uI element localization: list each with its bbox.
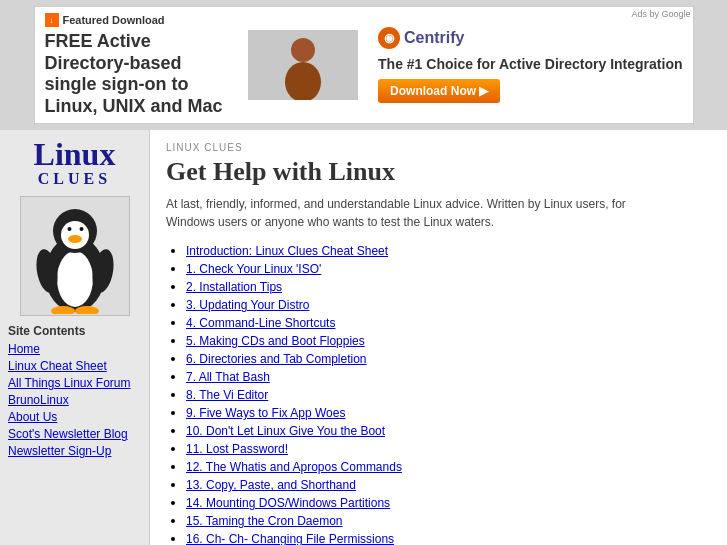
centrify-name: Centrify <box>404 29 464 47</box>
svg-point-1 <box>291 38 315 62</box>
list-item: 8. The Vi Editor <box>186 387 711 402</box>
list-item: 10. Don't Let Linux Give You the Boot <box>186 423 711 438</box>
article-link-1[interactable]: 1. Check Your Linux 'ISO' <box>186 262 321 276</box>
article-link-6[interactable]: 6. Directories and Tab Completion <box>186 352 367 366</box>
list-item: 6. Directories and Tab Completion <box>186 351 711 366</box>
centrify-icon: ◉ <box>378 27 400 49</box>
list-item: 11. Lost Password! <box>186 441 711 456</box>
centrify-logo: ◉ Centrify <box>378 27 464 49</box>
list-item: 5. Making CDs and Boot Floppies <box>186 333 711 348</box>
article-link-12[interactable]: 12. The Whatis and Apropos Commands <box>186 460 402 474</box>
list-item: 12. The Whatis and Apropos Commands <box>186 459 711 474</box>
ad-banner: Ads by Google ↓ Featured Download FREE A… <box>34 6 694 124</box>
ad-main-text: FREE Active Directory-based single sign-… <box>45 31 239 117</box>
download-now-button[interactable]: Download Now ▶ <box>378 79 500 103</box>
sidebar-item-home[interactable]: Home <box>8 342 141 356</box>
svg-point-4 <box>57 251 93 307</box>
list-item: 9. Five Ways to Fix App Woes <box>186 405 711 420</box>
sidebar-item-brunolinux[interactable]: BrunoLinux <box>8 393 141 407</box>
download-arrow-icon: ↓ <box>45 13 59 27</box>
list-item: 16. Ch- Ch- Changing File Permissions <box>186 531 711 545</box>
sidebar: Linux CLUES <box>0 130 150 545</box>
ad-image <box>248 30 368 100</box>
ad-featured: ↓ Featured Download <box>45 13 165 27</box>
svg-point-11 <box>68 235 82 243</box>
content-area: LINUX CLUES Get Help with Linux At last,… <box>150 130 727 545</box>
tux-image <box>20 196 130 316</box>
ad-left: ↓ Featured Download FREE Active Director… <box>45 13 239 117</box>
sidebar-item-forum[interactable]: All Things Linux Forum <box>8 376 141 390</box>
article-list: Introduction: Linux Clues Cheat Sheet 1.… <box>166 243 711 545</box>
svg-point-10 <box>79 227 83 231</box>
list-item: 13. Copy, Paste, and Shorthand <box>186 477 711 492</box>
page-title: Get Help with Linux <box>166 157 711 187</box>
logo-clues: CLUES <box>8 170 141 188</box>
list-item: 4. Command-Line Shortcuts <box>186 315 711 330</box>
article-link-3[interactable]: 3. Updating Your Distro <box>186 298 309 312</box>
site-contents-title: Site Contents <box>8 324 141 338</box>
site-logo: Linux CLUES <box>8 138 141 188</box>
article-link-15[interactable]: 15. Taming the Cron Daemon <box>186 514 343 528</box>
list-item: 14. Mounting DOS/Windows Partitions <box>186 495 711 510</box>
svg-point-9 <box>67 227 71 231</box>
ad-right: ◉ Centrify The #1 Choice for Active Dire… <box>378 27 682 103</box>
page-description: At last, friendly, informed, and underst… <box>166 195 646 231</box>
ad-label: Ads by Google <box>631 9 690 19</box>
featured-label: Featured Download <box>63 14 165 26</box>
list-item: 15. Taming the Cron Daemon <box>186 513 711 528</box>
article-link-4[interactable]: 4. Command-Line Shortcuts <box>186 316 335 330</box>
list-item: 1. Check Your Linux 'ISO' <box>186 261 711 276</box>
list-item: Introduction: Linux Clues Cheat Sheet <box>186 243 711 258</box>
article-link-7[interactable]: 7. All That Bash <box>186 370 270 384</box>
sidebar-item-newsletter-signup[interactable]: Newsletter Sign-Up <box>8 444 141 458</box>
article-link-2[interactable]: 2. Installation Tips <box>186 280 282 294</box>
article-link-0[interactable]: Introduction: Linux Clues Cheat Sheet <box>186 244 388 258</box>
list-item: 2. Installation Tips <box>186 279 711 294</box>
article-link-14[interactable]: 14. Mounting DOS/Windows Partitions <box>186 496 390 510</box>
article-link-10[interactable]: 10. Don't Let Linux Give You the Boot <box>186 424 385 438</box>
breadcrumb: LINUX CLUES <box>166 142 711 153</box>
list-item: 3. Updating Your Distro <box>186 297 711 312</box>
article-link-11[interactable]: 11. Lost Password! <box>186 442 288 456</box>
sidebar-item-about[interactable]: About Us <box>8 410 141 424</box>
article-link-16[interactable]: 16. Ch- Ch- Changing File Permissions <box>186 532 394 545</box>
logo-linux: Linux <box>8 138 141 170</box>
list-item: 7. All That Bash <box>186 369 711 384</box>
sidebar-item-newsletter-blog[interactable]: Scot's Newsletter Blog <box>8 427 141 441</box>
article-link-13[interactable]: 13. Copy, Paste, and Shorthand <box>186 478 356 492</box>
article-link-5[interactable]: 5. Making CDs and Boot Floppies <box>186 334 365 348</box>
main-layout: Linux CLUES <box>0 130 727 545</box>
article-link-8[interactable]: 8. The Vi Editor <box>186 388 268 402</box>
article-link-9[interactable]: 9. Five Ways to Fix App Woes <box>186 406 345 420</box>
ad-right-text: The #1 Choice for Active Directory Integ… <box>378 55 682 73</box>
sidebar-item-cheatsheet[interactable]: Linux Cheat Sheet <box>8 359 141 373</box>
